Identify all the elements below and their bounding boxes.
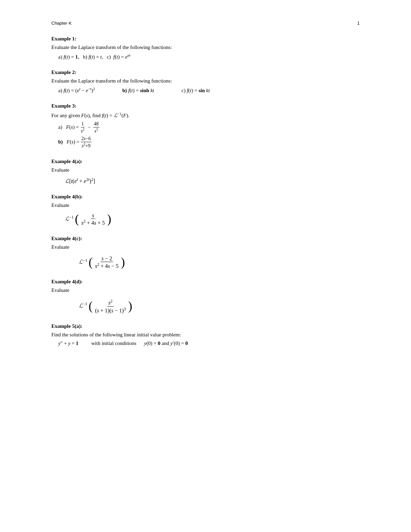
example1-title: Example 1: xyxy=(51,36,360,42)
example4c-formula: ℒ−1 ( s − 2 s2 + 4s − 5 ) xyxy=(79,256,360,269)
example3-partb: b) F(s) = 2s−6 s2+9 xyxy=(58,136,360,149)
right-paren-c: ) xyxy=(121,256,125,269)
example4a-formula: ℒ[t(et + e2t)2] xyxy=(65,177,360,184)
example1-parts: a) f(t) = 1, b) f(t) = t, c) f(t) = eat xyxy=(58,53,360,60)
example5a-title: Example 5(a): xyxy=(51,323,360,329)
right-paren: ) xyxy=(107,212,111,226)
example2-parts: a) f(t) = (et − e−t)2 b) f(t) = sinh kt … xyxy=(58,87,360,94)
page-header: Chapter 4: 1 xyxy=(51,21,360,26)
example2-parta: a) f(t) = (et − e−t)2 xyxy=(58,87,95,94)
example2-partb: b) f(t) = sinh kt xyxy=(122,88,154,94)
example3-parta: a) F(s) = 1 s2 − 48 s5 xyxy=(58,121,360,134)
example4a-description: Evaluate xyxy=(51,167,360,173)
example4d-formula: ℒ−1 ( s2 (s + 1)(s − 1)3 ) xyxy=(79,299,360,314)
example4c-title: Example 4(c): xyxy=(51,236,360,242)
example1-section: Example 1: Evaluate the Laplace transfor… xyxy=(51,36,360,60)
example2-partc: c) f(t) = sin kt xyxy=(182,88,210,94)
initial-conditions-text: with initial conditions xyxy=(91,341,137,346)
example4b-formula: ℒ−1 ( s s2 + 4s + 5 ) xyxy=(65,212,360,226)
frac-sm2-s2p4sm5: s − 2 s2 + 4s − 5 xyxy=(94,256,120,269)
example4b-section: Example 4(b): Evaluate ℒ−1 ( s s2 + 4s +… xyxy=(51,194,360,226)
frac-s2-sp1sm13: s2 (s + 1)(s − 1)3 xyxy=(94,299,127,314)
example4c-section: Example 4(c): Evaluate ℒ−1 ( s − 2 s2 + … xyxy=(51,236,360,269)
frac-48-s5: 48 s5 xyxy=(93,121,99,134)
example1-description: Evaluate the Laplace transform of the fo… xyxy=(51,45,360,50)
left-paren-c: ( xyxy=(89,256,93,269)
left-paren-d: ( xyxy=(89,299,93,313)
example4b-title: Example 4(b): xyxy=(51,194,360,200)
example2-title: Example 2: xyxy=(51,70,360,75)
page-container: Chapter 4: 1 Example 1: Evaluate the Lap… xyxy=(51,0,360,376)
frac-1-s2: 1 s2 xyxy=(80,121,85,134)
example3-section: Example 3: For any given F(s), find f(t)… xyxy=(51,103,360,149)
example3-description: For any given F(s), find f(t) = ℒ−1(F). xyxy=(51,112,360,119)
left-paren: ( xyxy=(75,212,79,226)
frac-s-s2p4sp5: s s2 + 4s + 5 xyxy=(80,212,106,226)
example3-title: Example 3: xyxy=(51,103,360,109)
example4c-description: Evaluate xyxy=(51,244,360,250)
chapter-label: Chapter 4: xyxy=(51,21,72,26)
example2-description: Evaluate the Laplace transform of the fo… xyxy=(51,78,360,84)
example4d-section: Example 4(d): Evaluate ℒ−1 ( s2 (s + 1)(… xyxy=(51,279,360,314)
right-paren-d: ) xyxy=(128,299,132,313)
example5a-section: Example 5(a): Find the solutions of the … xyxy=(51,323,360,346)
example4d-description: Evaluate xyxy=(51,287,360,293)
example4d-title: Example 4(d): xyxy=(51,279,360,285)
example4a-section: Example 4(a): Evaluate ℒ[t(et + e2t)2] xyxy=(51,159,360,184)
example4b-description: Evaluate xyxy=(51,202,360,208)
example5a-formula: y″ + y = 1 with initial conditions y(0) … xyxy=(58,341,360,346)
example4a-title: Example 4(a): xyxy=(51,159,360,164)
example5a-description: Find the solutions of the following line… xyxy=(51,332,360,338)
frac-2s-6-s2p9: 2s−6 s2+9 xyxy=(81,136,91,149)
page-number: 1 xyxy=(357,21,360,26)
example2-section: Example 2: Evaluate the Laplace transfor… xyxy=(51,70,360,94)
